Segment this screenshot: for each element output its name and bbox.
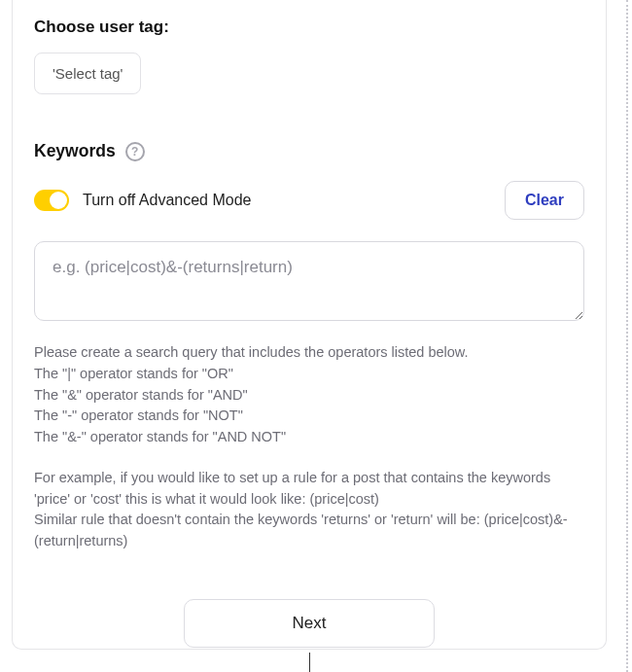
help-icon[interactable]: ? <box>125 142 145 161</box>
help-example1: For example, if you would like to set up… <box>34 468 584 511</box>
help-not: The "-" operator stands for "NOT" <box>34 406 584 427</box>
next-button-wrap: Next <box>34 599 584 648</box>
keywords-input[interactable] <box>34 241 584 321</box>
advanced-mode-row: Turn off Advanced Mode Clear <box>34 181 584 220</box>
keywords-header: Keywords ? <box>34 141 584 161</box>
help-intro: Please create a search query that includ… <box>34 342 584 364</box>
toggle-knob <box>50 192 67 209</box>
next-button[interactable]: Next <box>184 599 435 648</box>
clear-button[interactable]: Clear <box>505 181 584 220</box>
select-tag-dropdown[interactable]: 'Select tag' <box>34 53 141 94</box>
select-tag-label: 'Select tag' <box>53 65 123 82</box>
dotted-border-right <box>626 0 628 672</box>
help-andnot: The "&-" operator stands for "AND NOT" <box>34 427 584 448</box>
center-tick-mark <box>309 653 310 672</box>
advanced-mode-toggle[interactable] <box>34 190 69 211</box>
help-or: The "|" operator stands for "OR" <box>34 364 584 385</box>
toggle-left-group: Turn off Advanced Mode <box>34 190 251 211</box>
config-panel: Choose user tag: 'Select tag' Keywords ?… <box>12 0 607 650</box>
help-and: The "&" operator stands for "AND" <box>34 385 584 407</box>
advanced-mode-label: Turn off Advanced Mode <box>83 192 251 209</box>
help-text-block: Please create a search query that includ… <box>34 342 584 552</box>
choose-user-tag-heading: Choose user tag: <box>34 18 584 37</box>
help-example2: Similar rule that doesn't contain the ke… <box>34 510 584 552</box>
keywords-heading: Keywords <box>34 141 116 161</box>
